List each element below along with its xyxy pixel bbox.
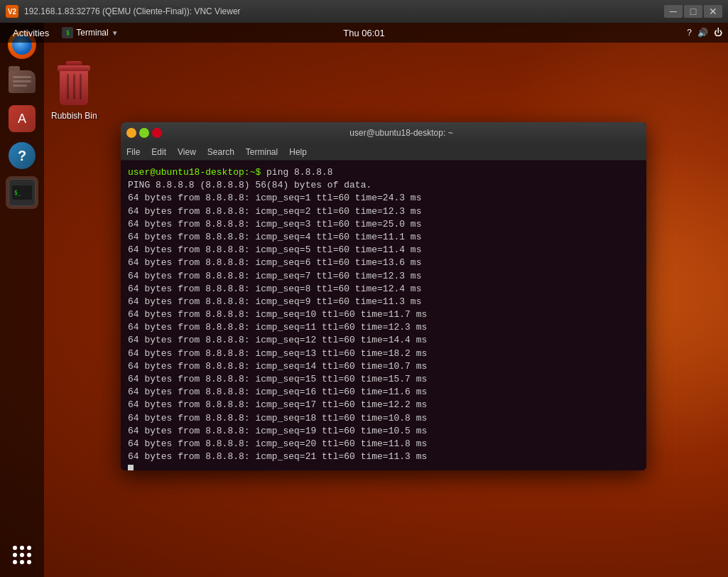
- panel-terminal-indicator[interactable]: $ Terminal ▼: [56, 27, 124, 38]
- terminal-cursor-line: [128, 463, 639, 470]
- ping-data-line: 64 bytes from 8.8.8.8: icmp_seq=17 ttl=6…: [128, 399, 639, 411]
- terminal-maximize-button[interactable]: [139, 128, 149, 138]
- ping-header-line: PING 8.8.8.8 (8.8.8.8) 56(84) bytes of d…: [128, 179, 639, 192]
- ping-data-line: 64 bytes from 8.8.8.8: icmp_seq=19 ttl=6…: [128, 425, 639, 438]
- vnc-minimize-button[interactable]: ─: [664, 5, 683, 18]
- terminal-menu-help[interactable]: Help: [289, 147, 307, 157]
- terminal-minimize-button[interactable]: [126, 128, 136, 138]
- panel-activities-button[interactable]: Activities: [6, 28, 56, 38]
- terminal-window: user@ubuntu18-desktop: ~ File Edit View …: [121, 122, 646, 470]
- ping-data-line: 64 bytes from 8.8.8.8: icmp_seq=16 ttl=6…: [128, 386, 639, 399]
- ping-data-line: 64 bytes from 8.8.8.8: icmp_seq=1 ttl=60…: [128, 192, 639, 205]
- ping-data-line: 64 bytes from 8.8.8.8: icmp_seq=3 ttl=60…: [128, 218, 639, 231]
- help-icon: ?: [9, 142, 36, 169]
- rubbish-bin-icon: [56, 65, 92, 108]
- ping-data-line: 64 bytes from 8.8.8.8: icmp_seq=4 ttl=60…: [128, 231, 639, 244]
- panel-volume-icon[interactable]: 🔊: [697, 28, 708, 38]
- sidebar-item-terminal[interactable]: $_: [6, 176, 38, 209]
- ping-data-line: 64 bytes from 8.8.8.8: icmp_seq=8 ttl=60…: [128, 283, 639, 296]
- panel-help-icon[interactable]: ?: [687, 28, 692, 38]
- sidebar-item-appstore[interactable]: A: [6, 102, 38, 135]
- ping-data-line: 64 bytes from 8.8.8.8: icmp_seq=7 ttl=60…: [128, 270, 639, 283]
- ping-data-line: 64 bytes from 8.8.8.8: icmp_seq=18 ttl=6…: [128, 412, 639, 425]
- terminal-menu-file[interactable]: File: [126, 147, 140, 157]
- terminal-menu-view[interactable]: View: [178, 147, 196, 157]
- ping-data-line: 64 bytes from 8.8.8.8: icmp_seq=5 ttl=60…: [128, 244, 639, 257]
- rubbish-bin-label: Rubbish Bin: [51, 111, 97, 121]
- panel-power-icon[interactable]: ⏻: [714, 28, 722, 38]
- ping-data-line: 64 bytes from 8.8.8.8: icmp_seq=12 ttl=6…: [128, 334, 639, 347]
- vnc-titlebar: V2 192.168.1.83:32776 (QEMU (Cliente-Fin…: [0, 0, 728, 23]
- terminal-prompt-line: user@ubuntu18-desktop:~$ ping 8.8.8.8: [128, 166, 639, 179]
- terminal-menubar: File Edit View Search Terminal Help: [121, 144, 646, 161]
- terminal-prompt-user: user@ubuntu18-desktop:~$: [128, 167, 266, 178]
- vnc-app-icon: V2: [6, 5, 18, 18]
- terminal-menu-terminal[interactable]: Terminal: [246, 147, 278, 157]
- terminal-cursor: [128, 465, 134, 470]
- ping-data-line: 64 bytes from 8.8.8.8: icmp_seq=14 ttl=6…: [128, 360, 639, 373]
- ubuntu-sidebar: A ? $_: [0, 23, 44, 577]
- terminal-window-title: user@ubuntu18-desktop: ~: [162, 128, 641, 138]
- ping-data-line: 64 bytes from 8.8.8.8: icmp_seq=20 ttl=6…: [128, 438, 639, 451]
- terminal-dock-icon: $_: [9, 179, 36, 206]
- ping-data-line: 64 bytes from 8.8.8.8: icmp_seq=15 ttl=6…: [128, 373, 639, 386]
- terminal-content-area[interactable]: user@ubuntu18-desktop:~$ ping 8.8.8.8 PI…: [121, 161, 646, 470]
- rubbish-bin[interactable]: Rubbish Bin: [51, 65, 97, 121]
- terminal-titlebar: user@ubuntu18-desktop: ~: [121, 122, 646, 144]
- ping-data-line: 64 bytes from 8.8.8.8: icmp_seq=11 ttl=6…: [128, 321, 639, 334]
- sidebar-item-help[interactable]: ?: [6, 139, 38, 172]
- ping-data-line: 64 bytes from 8.8.8.8: icmp_seq=2 ttl=60…: [128, 205, 639, 218]
- ubuntu-top-panel: Activities $ Terminal ▼ Thu 06:01 ? 🔊 ⏻: [0, 23, 728, 43]
- ubuntu-desktop: Activities $ Terminal ▼ Thu 06:01 ? 🔊 ⏻: [0, 23, 728, 577]
- vnc-maximize-button[interactable]: □: [684, 5, 702, 18]
- appstore-icon: A: [9, 105, 36, 132]
- ping-data-line: 64 bytes from 8.8.8.8: icmp_seq=10 ttl=6…: [128, 308, 639, 321]
- terminal-menu-edit[interactable]: Edit: [151, 147, 166, 157]
- ping-data-line: 64 bytes from 8.8.8.8: icmp_seq=21 ttl=6…: [128, 451, 639, 463]
- panel-terminal-icon: $: [62, 27, 73, 38]
- terminal-screen-mini: $_: [12, 185, 32, 200]
- sidebar-item-show-apps[interactable]: [6, 539, 38, 571]
- bin-lid: [58, 65, 90, 71]
- terminal-command: ping 8.8.8.8: [266, 167, 333, 178]
- terminal-menu-search[interactable]: Search: [207, 147, 234, 157]
- ping-data-line: 64 bytes from 8.8.8.8: icmp_seq=6 ttl=60…: [128, 257, 639, 269]
- panel-clock[interactable]: Thu 06:01: [343, 28, 385, 38]
- terminal-close-button[interactable]: [152, 128, 162, 138]
- vnc-window-title: 192.168.1.83:32776 (QEMU (Cliente-Final)…: [24, 6, 658, 16]
- ping-data-line: 64 bytes from 8.8.8.8: icmp_seq=13 ttl=6…: [128, 347, 639, 360]
- vnc-close-button[interactable]: ✕: [704, 5, 722, 18]
- vnc-window-controls: ─ □ ✕: [664, 5, 722, 18]
- sidebar-item-files[interactable]: [6, 65, 38, 98]
- terminal-window-controls: [126, 128, 162, 138]
- panel-right-indicators: ? 🔊 ⏻: [687, 28, 722, 38]
- show-apps-icon: [9, 541, 36, 568]
- bin-body: [60, 71, 88, 105]
- ping-output-lines: 64 bytes from 8.8.8.8: icmp_seq=1 ttl=60…: [128, 192, 639, 463]
- ping-data-line: 64 bytes from 8.8.8.8: icmp_seq=9 ttl=60…: [128, 296, 639, 308]
